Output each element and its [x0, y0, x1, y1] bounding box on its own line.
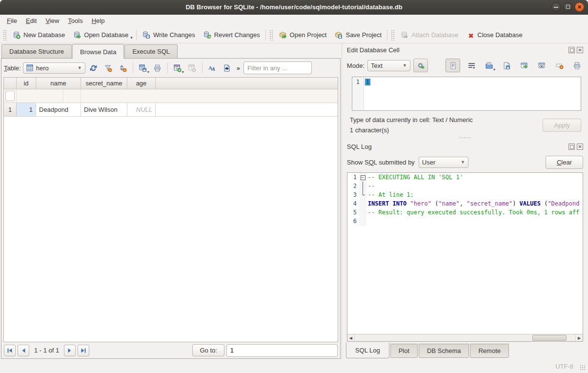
word-wrap-button[interactable] [465, 59, 478, 72]
cell-editor-value[interactable]: 1 [365, 79, 370, 85]
fold-margin [359, 199, 366, 208]
text-mode-button[interactable] [446, 59, 460, 72]
cell-editor[interactable]: 1 1 [352, 77, 581, 111]
mode-select-value: Text [371, 62, 396, 69]
sql-log-editor[interactable]: 1-- EXECUTING ALL IN 'SQL 1'2--3-- At li… [347, 172, 583, 342]
toolbar-grip[interactable] [269, 30, 273, 41]
toolbar-grip[interactable] [391, 30, 394, 41]
last-record-button[interactable] [78, 345, 89, 356]
revert-changes-button[interactable]: Revert Changes [199, 28, 264, 41]
scroll-right-icon[interactable]: ▶ [575, 334, 583, 341]
cell-secret-name[interactable]: Dive Wilson [81, 103, 127, 117]
tab-sql-log[interactable]: SQL Log [346, 342, 389, 358]
mode-select[interactable]: Text ▼ [367, 60, 410, 71]
goto-button[interactable]: Go to: [192, 344, 224, 356]
new-record-button[interactable]: ▾ [171, 62, 184, 74]
tab-execute-sql[interactable]: Execute SQL [124, 44, 178, 58]
close-dock-icon[interactable]: ✕ [577, 47, 583, 53]
write-changes-button[interactable]: Write Changes [138, 28, 199, 41]
titlebar[interactable]: DB Browser for SQLite - /home/user/code/… [0, 0, 588, 15]
menu-view[interactable]: View [41, 16, 63, 26]
previous-record-button[interactable] [18, 345, 29, 356]
save-results-button[interactable]: ▾ [137, 62, 149, 74]
toolbar-overflow-chevron[interactable]: » [235, 64, 242, 72]
next-record-button[interactable] [64, 345, 76, 356]
menu-tools[interactable]: Tools [63, 16, 87, 26]
toolbar-grip[interactable] [3, 30, 6, 41]
first-record-button[interactable] [4, 345, 16, 356]
scroll-left-icon[interactable]: ◀ [347, 334, 355, 341]
table-row[interactable]: 1 1 Deadpond Dive Wilson NULL [4, 103, 338, 117]
close-database-button[interactable]: Close Database [462, 28, 527, 41]
dock-splitter[interactable] [345, 135, 585, 140]
clear-log-button[interactable]: Clear [546, 156, 583, 169]
fold-margin [359, 182, 366, 190]
auto-switch-mode-button[interactable] [413, 59, 428, 72]
sql-log-hscrollbar[interactable]: ◀ ▶ [347, 334, 583, 341]
find-button[interactable] [221, 62, 233, 74]
submitted-by-select[interactable]: User ▼ [419, 157, 468, 168]
column-header-secret-name[interactable]: secret_name [81, 78, 127, 89]
minimize-button[interactable] [551, 2, 561, 12]
tab-remote[interactable]: Remote [470, 344, 509, 358]
set-null-button[interactable] [553, 59, 566, 72]
scrollbar-thumb[interactable] [532, 335, 567, 341]
close-dock-icon[interactable]: ✕ [577, 144, 583, 150]
fold-margin [359, 190, 366, 199]
tab-database-structure[interactable]: Database Structure [1, 44, 72, 58]
project-save-icon [334, 31, 343, 39]
copy-url-button[interactable] [535, 59, 548, 72]
close-button[interactable]: ✕ [575, 2, 584, 12]
maximize-button[interactable] [563, 2, 572, 12]
splitter-handle-icon [459, 137, 471, 139]
print-button[interactable] [151, 62, 164, 74]
log-line-text: -- Result: query executed successfully. … [366, 208, 583, 217]
column-header-name[interactable]: name [36, 78, 81, 89]
filter-any-input[interactable] [243, 62, 312, 74]
clear-filters-button[interactable] [102, 62, 115, 74]
resize-grip[interactable] [580, 365, 586, 371]
sql-log-line: 3-- At line 1: [347, 190, 583, 199]
sql-log-line: 6 [347, 217, 583, 226]
export-data-button[interactable] [500, 59, 513, 72]
copy-url-icon [538, 62, 546, 70]
row-number[interactable]: 1 [4, 103, 17, 117]
filter-input-id[interactable] [5, 91, 15, 101]
float-dock-icon[interactable] [568, 144, 575, 150]
open-database-dropdown-caret[interactable]: ▾ [130, 35, 133, 40]
tab-plot[interactable]: Plot [390, 344, 418, 358]
menu-file[interactable]: File [2, 16, 21, 26]
open-external-button[interactable] [518, 59, 530, 72]
open-database-button[interactable]: Open Database [69, 28, 132, 41]
cell-info-row: Type of data currently in cell: Text / N… [345, 111, 585, 135]
cell-name[interactable]: Deadpond [36, 103, 81, 117]
goto-input[interactable] [226, 344, 338, 357]
toolbar-separator [387, 30, 387, 41]
fold-marker-icon[interactable] [359, 173, 366, 182]
new-database-button[interactable]: New Database [8, 28, 69, 41]
table-select[interactable]: hero ▼ [23, 62, 85, 74]
menu-edit[interactable]: Edit [21, 16, 41, 26]
tab-db-schema[interactable]: DB Schema [419, 344, 469, 358]
filter-cell-name [17, 89, 63, 103]
column-header-age[interactable]: age [127, 78, 156, 89]
float-dock-icon[interactable] [568, 47, 575, 53]
first-record-icon [7, 348, 13, 353]
save-project-button[interactable]: Save Project [330, 28, 385, 41]
last-record-icon [81, 348, 86, 353]
open-project-button[interactable]: Open Project [275, 28, 331, 41]
import-data-button[interactable]: ▾ [483, 59, 495, 72]
menu-help[interactable]: Help [87, 16, 109, 26]
right-panel: Edit Database Cell ✕ Mode: Text ▼ [342, 43, 588, 359]
scrollbar-track[interactable] [355, 334, 575, 341]
tab-browse-data[interactable]: Browse Data [72, 44, 124, 59]
cell-id[interactable]: 1 [17, 103, 36, 117]
print-cell-button[interactable] [570, 59, 583, 72]
format-button[interactable]: AA [206, 62, 219, 74]
print-icon [573, 62, 581, 70]
cell-age[interactable]: NULL [127, 103, 156, 117]
clear-sort-button[interactable] [117, 62, 129, 74]
refresh-button[interactable] [87, 62, 100, 74]
sql-log-lines: 1-- EXECUTING ALL IN 'SQL 1'2--3-- At li… [347, 173, 583, 334]
column-header-id[interactable]: id [17, 78, 36, 89]
